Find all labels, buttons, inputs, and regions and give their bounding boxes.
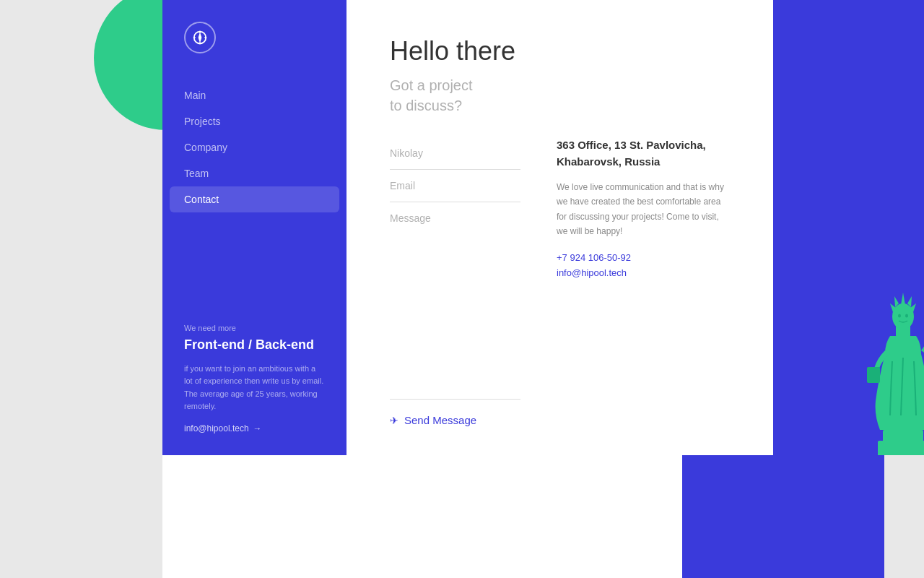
statue-illustration: [845, 282, 924, 455]
nav-menu: Main Projects Company Team Contact: [162, 82, 346, 324]
name-input[interactable]: [390, 137, 520, 170]
form-area: ✈ Send Message 363 Office, 13 St. Pavlov…: [390, 137, 730, 426]
contact-form: ✈ Send Message: [390, 137, 520, 426]
email-link[interactable]: info@hipool.tech: [557, 267, 730, 278]
email-input[interactable]: [390, 170, 520, 202]
svg-point-17: [905, 314, 908, 318]
sidebar-footer: We need more Front-end / Back-end if you…: [162, 324, 346, 434]
footer-email-link[interactable]: info@hipool.tech →: [184, 423, 325, 434]
subtitle-line2: to discuss?: [390, 98, 462, 113]
statue-svg: [845, 282, 924, 455]
bottom-blue-extension: [682, 455, 884, 578]
footer-email-text: info@hipool.tech: [184, 423, 249, 434]
main-content: Hello there Got a project to discuss? ✈ …: [346, 0, 773, 455]
app-wrapper: Main Projects Company Team Contact We ne…: [162, 0, 884, 455]
office-desc: We love live communication and that is w…: [557, 180, 730, 239]
role-title: Front-end / Back-end: [184, 337, 325, 353]
right-panel: [773, 0, 924, 455]
svg-point-10: [892, 303, 914, 329]
nav-item-company[interactable]: Company: [162, 134, 346, 160]
send-button-label: Send Message: [404, 414, 476, 426]
arrow-right-icon: →: [253, 423, 262, 434]
compass-icon: [192, 30, 208, 46]
message-input[interactable]: [390, 202, 520, 400]
contact-info: 363 Office, 13 St. Pavlovicha, Khabarovs…: [557, 137, 730, 426]
nav-item-projects[interactable]: Projects: [162, 108, 346, 134]
svg-marker-11: [901, 293, 905, 305]
nav-item-contact[interactable]: Contact: [170, 186, 339, 212]
svg-point-16: [898, 314, 901, 318]
svg-rect-21: [867, 367, 880, 383]
nav-item-team[interactable]: Team: [162, 160, 346, 186]
project-subtitle: Got a project to discuss?: [390, 75, 730, 116]
send-icon: ✈: [390, 415, 398, 426]
nav-item-main[interactable]: Main: [162, 82, 346, 108]
office-title: 363 Office, 13 St. Pavlovicha, Khabarovs…: [557, 137, 730, 170]
hello-title: Hello there: [390, 36, 730, 66]
logo[interactable]: [184, 22, 216, 53]
role-description: if you want to join an ambitious with a …: [184, 363, 325, 413]
svg-rect-8: [883, 430, 923, 444]
phone-link[interactable]: +7 924 106-50-92: [557, 252, 730, 263]
sidebar: Main Projects Company Team Contact We ne…: [162, 0, 346, 455]
send-button[interactable]: ✈ Send Message: [390, 414, 520, 426]
we-need-label: We need more: [184, 324, 325, 332]
subtitle-line1: Got a project: [390, 77, 473, 93]
